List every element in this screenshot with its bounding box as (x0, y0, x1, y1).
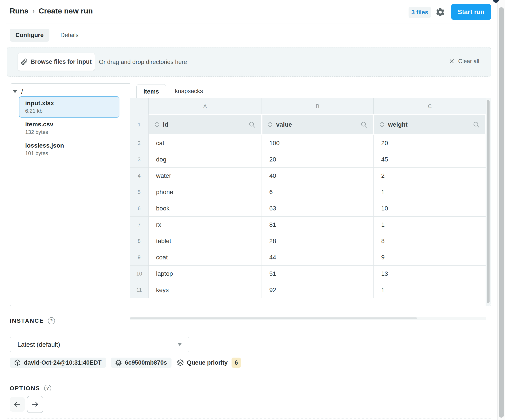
table-cell[interactable]: phone (149, 184, 262, 200)
column-header-value[interactable]: value (262, 114, 374, 135)
sort-icon[interactable] (154, 121, 159, 128)
table-row: 6book6310 (130, 200, 486, 217)
file-size: 132 bytes (25, 129, 113, 136)
file-item[interactable]: input.xlsx6.21 kb (19, 96, 120, 117)
chip-icon (115, 359, 122, 366)
header-row: 1 id (130, 114, 486, 135)
instance-select[interactable]: Latest (default) (10, 337, 189, 352)
instance-divider (10, 329, 491, 329)
instance-section-label: INSTANCE ? (10, 317, 55, 324)
table-cell[interactable]: 1 (374, 282, 486, 298)
horizontal-scrollbar-thumb[interactable] (130, 317, 417, 319)
table-cell[interactable]: 44 (262, 249, 374, 266)
sheet-tab-knapsacks[interactable]: knapsacks (171, 84, 207, 98)
table-cell[interactable]: 92 (262, 282, 374, 298)
file-name: input.xlsx (25, 99, 113, 107)
gear-icon[interactable] (436, 7, 445, 17)
horizontal-scrollbar[interactable] (130, 317, 486, 320)
tree-root-row[interactable]: / (13, 88, 23, 95)
column-letter-c[interactable]: C (374, 98, 486, 114)
sheet-tab-items[interactable]: items (136, 84, 166, 99)
table-cell[interactable]: book (149, 200, 262, 217)
row-number: 2 (130, 135, 149, 151)
table-row: 3dog2045 (130, 151, 486, 168)
table-cell[interactable]: dog (149, 151, 262, 168)
table-row: 5phone61 (130, 184, 486, 200)
column-header-id[interactable]: id (149, 114, 262, 135)
options-label-text: OPTIONS (10, 385, 40, 391)
chevron-right-icon: › (32, 7, 35, 15)
table-cell[interactable]: 8 (374, 233, 486, 249)
search-icon[interactable] (360, 121, 368, 128)
file-item[interactable]: lossless.json101 bytes (19, 139, 120, 160)
table-cell[interactable]: 10 (374, 200, 486, 217)
column-letter-a[interactable]: A (149, 98, 262, 114)
layers-icon (177, 359, 184, 366)
sort-icon[interactable] (268, 121, 273, 128)
queue-priority-badge: Queue priority 6 (176, 358, 241, 368)
back-button[interactable] (10, 397, 25, 412)
table-cell[interactable]: 28 (262, 233, 374, 249)
files-count-button[interactable]: 3 files (409, 7, 431, 18)
table-cell[interactable]: 63 (262, 200, 374, 217)
chevron-down-icon (178, 343, 182, 346)
table-cell[interactable]: cat (149, 135, 262, 151)
breadcrumb-runs[interactable]: Runs (10, 7, 28, 15)
table-cell[interactable]: rx (149, 217, 262, 233)
column-header-label: value (276, 121, 292, 128)
row-number: 6 (130, 200, 149, 217)
table-cell[interactable]: water (149, 168, 262, 184)
table-cell[interactable]: laptop (149, 266, 262, 282)
table-cell[interactable]: 81 (262, 217, 374, 233)
page-scrollbar-thumb[interactable] (499, 7, 504, 418)
instance-label-text: INSTANCE (10, 317, 44, 324)
vertical-scrollbar[interactable] (486, 98, 491, 306)
file-size: 101 bytes (25, 150, 113, 157)
table-cell[interactable]: keys (149, 282, 262, 298)
tree-root-label: / (21, 88, 23, 95)
table-cell[interactable]: 20 (262, 151, 374, 168)
bottom-dropzone-edge (7, 418, 491, 419)
table-cell[interactable]: 6 (262, 184, 374, 200)
tab-configure[interactable]: Configure (10, 29, 50, 42)
table-cell[interactable]: coat (149, 249, 262, 266)
column-header-label: weight (388, 121, 408, 128)
queue-priority-label: Queue priority (187, 359, 228, 366)
file-list: input.xlsx6.21 kbitems.csv132 byteslossl… (19, 96, 120, 160)
table-cell[interactable]: 51 (262, 266, 374, 282)
forward-button[interactable] (27, 396, 43, 413)
app-version-text: david-Oct-24@10:31:40EDT (24, 359, 101, 366)
column-header-weight[interactable]: weight (374, 114, 486, 135)
search-icon[interactable] (248, 121, 256, 128)
caret-down-icon[interactable] (13, 90, 17, 93)
machine-id-text: 6c9500mb870s (125, 359, 167, 366)
table-cell[interactable]: tablet (149, 233, 262, 249)
spreadsheet-grid: A B C 1 id (130, 98, 486, 298)
table-cell[interactable]: 45 (374, 151, 486, 168)
machine-badge: 6c9500mb870s (111, 358, 171, 368)
tab-details[interactable]: Details (55, 29, 85, 42)
sort-icon[interactable] (380, 121, 385, 128)
file-item[interactable]: items.csv132 bytes (19, 117, 120, 139)
help-icon[interactable]: ? (48, 317, 55, 324)
dropzone-hint: Or drag and drop directories here (99, 59, 187, 66)
view-tabs: Configure Details (10, 29, 84, 42)
options-section-label: OPTIONS ? (10, 385, 51, 391)
table-cell[interactable]: 13 (374, 266, 486, 282)
table-cell[interactable]: 2 (374, 168, 486, 184)
table-cell[interactable]: 1 (374, 184, 486, 200)
clear-all-button[interactable]: Clear all (449, 58, 479, 65)
breadcrumb: Runs › Create new run (10, 7, 93, 15)
clear-all-label: Clear all (458, 58, 479, 65)
table-cell[interactable]: 40 (262, 168, 374, 184)
table-cell[interactable]: 20 (374, 135, 486, 151)
search-icon[interactable] (473, 121, 480, 128)
vertical-scrollbar-thumb[interactable] (487, 100, 490, 303)
table-cell[interactable]: 9 (374, 249, 486, 266)
table-cell[interactable]: 1 (374, 217, 486, 233)
table-row: 10laptop5113 (130, 266, 486, 282)
column-letter-b[interactable]: B (262, 98, 374, 114)
start-run-button[interactable]: Start run (451, 4, 491, 20)
table-cell[interactable]: 100 (262, 135, 374, 151)
browse-files-button[interactable]: Browse files for input (18, 53, 95, 71)
